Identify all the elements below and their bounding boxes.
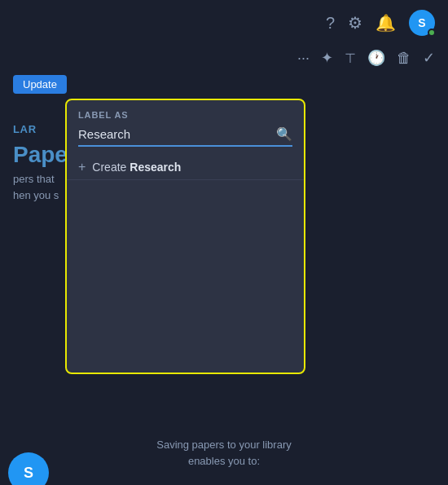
sparkle-icon[interactable]: ✦ — [321, 49, 333, 67]
create-label-row[interactable]: + Create Research — [67, 155, 304, 180]
update-button[interactable]: Update — [13, 75, 67, 94]
bottom-avatar: S — [8, 452, 49, 485]
plus-icon: + — [78, 160, 86, 174]
search-row: 🔍 — [78, 126, 292, 147]
help-icon[interactable]: ? — [326, 14, 335, 33]
header-bar: ? ⚙ 🔔 S — [0, 0, 448, 46]
toolbar-row: ··· ✦ ⊤ 🕐 🗑 ✓ — [0, 46, 448, 70]
label-search-input[interactable] — [78, 127, 276, 141]
delete-icon[interactable]: 🗑 — [397, 50, 411, 67]
settings-icon[interactable]: ⚙ — [348, 13, 362, 33]
more-options-icon[interactable]: ··· — [297, 50, 310, 67]
check-icon[interactable]: ✓ — [423, 49, 435, 67]
update-bar: Update — [0, 70, 448, 99]
pin-icon[interactable]: ⊤ — [345, 51, 356, 66]
label-dropdown-title: LABEL AS — [67, 110, 304, 126]
search-icon: 🔍 — [276, 126, 292, 142]
avatar-letter: S — [418, 16, 425, 29]
label-dropdown: LABEL AS 🔍 + Create Research — [65, 99, 305, 374]
notification-icon[interactable]: 🔔 — [376, 13, 396, 33]
create-label-text: Create Research — [92, 161, 181, 174]
avatar[interactable]: S — [409, 10, 435, 36]
history-icon[interactable]: 🕐 — [367, 49, 385, 67]
bottom-text: Saving papers to your library enables yo… — [156, 437, 291, 469]
online-indicator — [428, 29, 436, 37]
dropdown-empty-space — [67, 180, 304, 359]
create-term: Research — [130, 161, 181, 174]
main-content: LAR Pape pers that hen you s LABEL AS 🔍 … — [0, 99, 448, 211]
